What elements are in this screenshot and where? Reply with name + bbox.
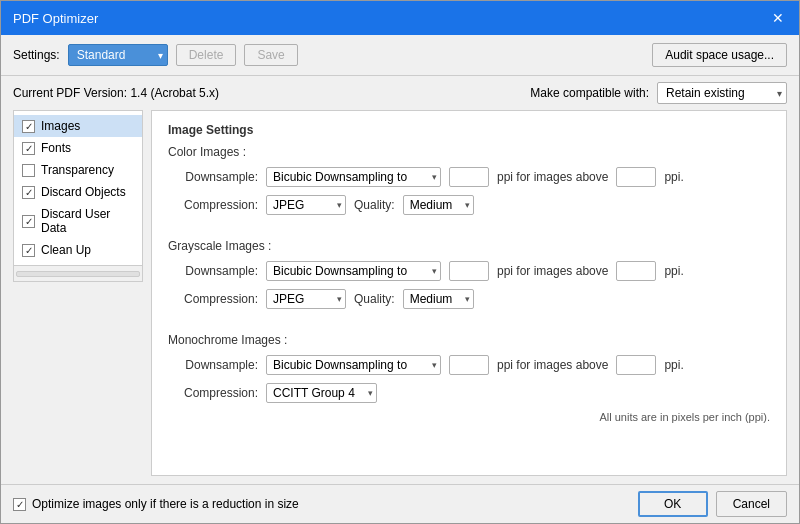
- sidebar-item-transparency-label: Transparency: [41, 163, 114, 177]
- bottom-bar: Optimize images only if there is a reduc…: [1, 484, 799, 523]
- sidebar-item-clean-up[interactable]: Clean Up: [14, 239, 142, 261]
- ok-button[interactable]: OK: [638, 491, 708, 517]
- settings-select-wrapper: Standard: [68, 44, 168, 66]
- color-quality-select[interactable]: Medium: [403, 195, 474, 215]
- discard-user-data-checkbox[interactable]: [22, 215, 35, 228]
- color-compression-select-wrapper: JPEG: [266, 195, 346, 215]
- gray-ppi-dot: ppi.: [664, 264, 683, 278]
- dialog-title: PDF Optimizer: [13, 11, 98, 26]
- title-bar-controls: ✕: [769, 9, 787, 27]
- main-content: Images Fonts Transparency Discard Object…: [1, 110, 799, 484]
- color-downsample-row: Downsample: Bicubic Downsampling to 150 …: [168, 167, 770, 187]
- color-quality-select-wrapper: Medium: [403, 195, 474, 215]
- mono-downsample-select[interactable]: Bicubic Downsampling to: [266, 355, 441, 375]
- discard-objects-checkbox[interactable]: [22, 186, 35, 199]
- mono-images-title: Monochrome Images :: [168, 333, 770, 347]
- mono-ppi-above-text: ppi for images above: [497, 358, 608, 372]
- sidebar-item-clean-up-label: Clean Up: [41, 243, 91, 257]
- delete-button[interactable]: Delete: [176, 44, 237, 66]
- color-downsample-select[interactable]: Bicubic Downsampling to: [266, 167, 441, 187]
- clean-up-checkbox[interactable]: [22, 244, 35, 257]
- compat-select-wrapper: Retain existing: [657, 82, 787, 104]
- gray-ppi-input[interactable]: 150: [449, 261, 489, 281]
- audit-button[interactable]: Audit space usage...: [652, 43, 787, 67]
- mono-ppi-dot: ppi.: [664, 358, 683, 372]
- gray-ppi-above-text: ppi for images above: [497, 264, 608, 278]
- images-checkbox[interactable]: [22, 120, 35, 133]
- color-ppi-above-text: ppi for images above: [497, 170, 608, 184]
- sidebar-item-transparency[interactable]: Transparency: [14, 159, 142, 181]
- gray-quality-select-wrapper: Medium: [403, 289, 474, 309]
- sidebar-item-images-label: Images: [41, 119, 80, 133]
- units-note: All units are in pixels per inch (ppi).: [168, 411, 770, 423]
- gray-downsample-select-wrapper: Bicubic Downsampling to: [266, 261, 441, 281]
- color-downsample-label: Downsample:: [168, 170, 258, 184]
- color-quality-label: Quality:: [354, 198, 395, 212]
- color-ppi-input[interactable]: 150: [449, 167, 489, 187]
- color-ppi-dot: ppi.: [664, 170, 683, 184]
- gray-downsample-select[interactable]: Bicubic Downsampling to: [266, 261, 441, 281]
- mono-compression-label: Compression:: [168, 386, 258, 400]
- color-compression-row: Compression: JPEG Quality: Medium: [168, 195, 770, 215]
- compat-row: Current PDF Version: 1.4 (Acrobat 5.x) M…: [1, 76, 799, 110]
- toolbar: Settings: Standard Delete Save Audit spa…: [1, 35, 799, 76]
- gray-compression-select-wrapper: JPEG: [266, 289, 346, 309]
- sidebar-scrollbar[interactable]: [13, 266, 143, 282]
- title-bar: PDF Optimizer ✕: [1, 1, 799, 35]
- save-button[interactable]: Save: [244, 44, 297, 66]
- mono-compression-row: Compression: CCITT Group 4: [168, 383, 770, 403]
- section-title: Image Settings: [168, 123, 770, 137]
- color-compression-label: Compression:: [168, 198, 258, 212]
- grayscale-images-title: Grayscale Images :: [168, 239, 770, 253]
- color-images-title: Color Images :: [168, 145, 770, 159]
- gray-quality-select[interactable]: Medium: [403, 289, 474, 309]
- mono-compression-select[interactable]: CCITT Group 4: [266, 383, 377, 403]
- cancel-button[interactable]: Cancel: [716, 491, 787, 517]
- optimize-checkbox-row: Optimize images only if there is a reduc…: [13, 497, 630, 511]
- dialog-buttons: OK Cancel: [638, 491, 787, 517]
- pdf-version-text: Current PDF Version: 1.4 (Acrobat 5.x): [13, 86, 522, 100]
- gray-compression-row: Compression: JPEG Quality: Medium: [168, 289, 770, 309]
- optimize-label: Optimize images only if there is a reduc…: [32, 497, 299, 511]
- mono-downsample-select-wrapper: Bicubic Downsampling to: [266, 355, 441, 375]
- fonts-checkbox[interactable]: [22, 142, 35, 155]
- compat-select[interactable]: Retain existing: [657, 82, 787, 104]
- mono-ppi-above-input[interactable]: 450: [616, 355, 656, 375]
- sidebar-item-images[interactable]: Images: [14, 115, 142, 137]
- sidebar-item-fonts-label: Fonts: [41, 141, 71, 155]
- optimize-checkbox[interactable]: [13, 498, 26, 511]
- color-ppi-above-input[interactable]: 225: [616, 167, 656, 187]
- content-panel: Image Settings Color Images : Downsample…: [151, 110, 787, 476]
- gray-compression-select[interactable]: JPEG: [266, 289, 346, 309]
- color-compression-select[interactable]: JPEG: [266, 195, 346, 215]
- settings-label: Settings:: [13, 48, 60, 62]
- color-downsample-select-wrapper: Bicubic Downsampling to: [266, 167, 441, 187]
- sidebar-item-discard-objects-label: Discard Objects: [41, 185, 126, 199]
- sidebar: Images Fonts Transparency Discard Object…: [13, 110, 143, 266]
- sidebar-item-discard-user-data[interactable]: Discard User Data: [14, 203, 142, 239]
- make-compat-label: Make compatible with:: [530, 86, 649, 100]
- sidebar-item-fonts[interactable]: Fonts: [14, 137, 142, 159]
- mono-compression-select-wrapper: CCITT Group 4: [266, 383, 377, 403]
- close-button[interactable]: ✕: [769, 9, 787, 27]
- transparency-checkbox[interactable]: [22, 164, 35, 177]
- gray-quality-label: Quality:: [354, 292, 395, 306]
- sidebar-item-discard-objects[interactable]: Discard Objects: [14, 181, 142, 203]
- mono-ppi-input[interactable]: 300: [449, 355, 489, 375]
- pdf-optimizer-dialog: PDF Optimizer ✕ Settings: Standard Delet…: [0, 0, 800, 524]
- mono-downsample-row: Downsample: Bicubic Downsampling to 300 …: [168, 355, 770, 375]
- gray-ppi-above-input[interactable]: 225: [616, 261, 656, 281]
- settings-select[interactable]: Standard: [68, 44, 168, 66]
- sidebar-item-discard-user-data-label: Discard User Data: [41, 207, 134, 235]
- gray-compression-label: Compression:: [168, 292, 258, 306]
- mono-downsample-label: Downsample:: [168, 358, 258, 372]
- gray-downsample-row: Downsample: Bicubic Downsampling to 150 …: [168, 261, 770, 281]
- gray-downsample-label: Downsample:: [168, 264, 258, 278]
